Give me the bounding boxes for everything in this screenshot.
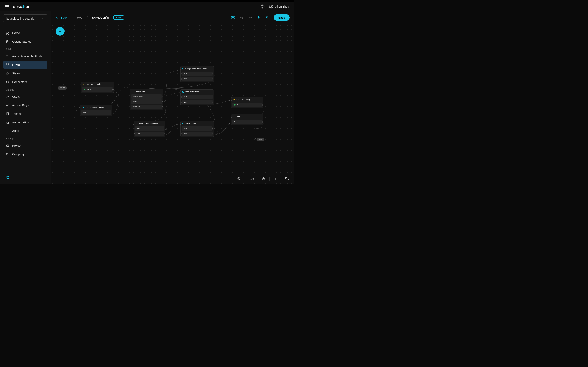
node-output: Next [183,101,187,103]
sidebar-item-users[interactable]: Users [3,93,47,100]
svg-point-8 [7,96,7,96]
node-sso-set[interactable]: ⚡SSO / Set Configuration Success [231,97,263,108]
sidebar-item-label: Project [12,144,21,147]
sidebar-item-label: Connectors [12,80,27,83]
sidebar-item-access-keys[interactable]: Access Keys [3,101,47,109]
node-output: Done [234,121,238,123]
node-output: Back [183,128,187,129]
sidebar-item-getting-started[interactable]: Getting Started [3,38,47,45]
sidebar-item-auth-methods[interactable]: Authentication Methods [3,52,47,60]
sidebar-item-audit[interactable]: Audit [3,127,47,135]
section-build: Build [3,46,47,52]
bolt-icon: ⚡ [82,83,85,85]
breadcrumb-root[interactable]: Flows [75,16,82,19]
node-title: Google SAML Instructions [185,67,207,69]
node-enter-domain[interactable]: Enter Company Domain Next [80,105,112,116]
node-saml-config[interactable]: SAML config Back Next [181,121,214,137]
section-manage: Manage [3,87,47,92]
project-select[interactable]: boundless-iris-coanda [3,15,47,22]
node-title: SSO / Set Configuration [236,99,256,101]
screen-icon [136,123,138,124]
end-pill[interactable]: END [257,138,264,141]
sidebar-item-label: Users [12,95,20,98]
svg-rect-14 [6,153,8,155]
redo-icon[interactable] [248,16,252,20]
save-button[interactable]: Save [274,14,290,21]
sidebar-item-company[interactable]: Company [3,150,47,158]
user-icon[interactable] [269,4,273,9]
hamburger-icon[interactable] [5,5,9,8]
start-pill[interactable]: START [58,86,67,90]
screen-icon [182,68,184,69]
section-settings: Settings [3,136,47,141]
zoom-out-icon[interactable] [237,177,241,181]
sidebar-item-project[interactable]: Project [3,142,47,150]
project-icon [6,144,9,147]
screen-icon [182,123,184,124]
node-get-config[interactable]: ⚡SAML / Get Config Success [81,82,114,93]
sidebar-item-label: Authentication Methods [12,55,42,58]
node-title: SAML config [185,122,196,124]
sidebar-item-authorization[interactable]: Authorization [3,118,47,126]
node-output: Okta [133,101,137,103]
svg-rect-6 [8,64,9,64]
node-choose-idp[interactable]: Choose IDP Google SAML Okta SAML 2.0 [130,89,163,110]
sidebar-item-label: Audit [12,129,19,133]
screen-icon [82,107,84,108]
auth-icon [6,54,9,58]
zoom-in-icon[interactable] [262,177,266,181]
breadcrumb-current: SAML Config [92,16,109,19]
download-icon[interactable] [257,16,261,20]
breadcrumb-sep: / [87,16,87,19]
user-name: Allen Zhou [276,5,289,8]
chevron-down-icon [42,17,44,20]
node-saml-custom[interactable]: SAML custom attributes Back Next [134,121,165,137]
add-node-button[interactable]: + [56,27,65,36]
node-output: Success [237,104,243,106]
flows-icon [6,63,9,67]
sidebar-item-label: Getting Started [12,40,31,43]
node-title: Okta Instructions [185,91,199,93]
sidebar-item-home[interactable]: Home [3,29,47,37]
node-done[interactable]: Done Done [231,114,263,125]
svg-point-16 [233,17,233,18]
undo-icon[interactable] [240,16,243,20]
upload-icon[interactable] [265,16,269,20]
node-title: SAML / Get Config [86,83,101,85]
node-title: Enter Company Domain [85,106,104,108]
sidebar-item-flows[interactable]: Flows [3,61,47,69]
sidebar-item-connectors[interactable]: Connectors [3,78,47,86]
sidebar-item-tenants[interactable]: Tenants [3,110,47,118]
sidebar-item-label: Flows [12,63,20,67]
node-okta-instructions[interactable]: Okta Instructions Back Next [181,89,214,105]
back-button[interactable]: Back [55,16,67,19]
svg-rect-20 [275,179,276,180]
flow-canvas[interactable]: + [51,24,294,184]
bolt-icon: ⚡ [233,99,235,101]
help-icon[interactable] [260,4,265,9]
minimap-icon[interactable] [285,177,289,181]
company-icon [6,152,9,156]
svg-rect-12 [7,122,8,124]
settings-icon[interactable] [231,16,235,20]
svg-rect-22 [287,179,289,180]
sidebar-item-styles[interactable]: Styles [3,69,47,77]
node-output: Next [137,133,140,134]
list-icon [6,129,9,133]
project-name: boundless-iris-coanda [6,17,34,20]
success-icon [234,104,236,106]
puzzle-icon [6,80,9,84]
node-title: Choose IDP [135,90,145,92]
node-output: Next [83,111,86,113]
svg-point-3 [271,6,272,7]
building-icon [6,112,9,116]
chatbot-button[interactable]: {✱} [5,174,11,179]
success-icon [84,89,85,90]
svg-rect-11 [7,113,8,115]
screen-icon [182,91,184,92]
screen-icon [233,116,235,117]
fit-view-icon[interactable] [273,177,277,181]
brush-icon [6,72,9,75]
node-google-instructions[interactable]: Google SAML Instructions Back Next [181,66,214,82]
sidebar-item-label: Home [12,31,20,35]
